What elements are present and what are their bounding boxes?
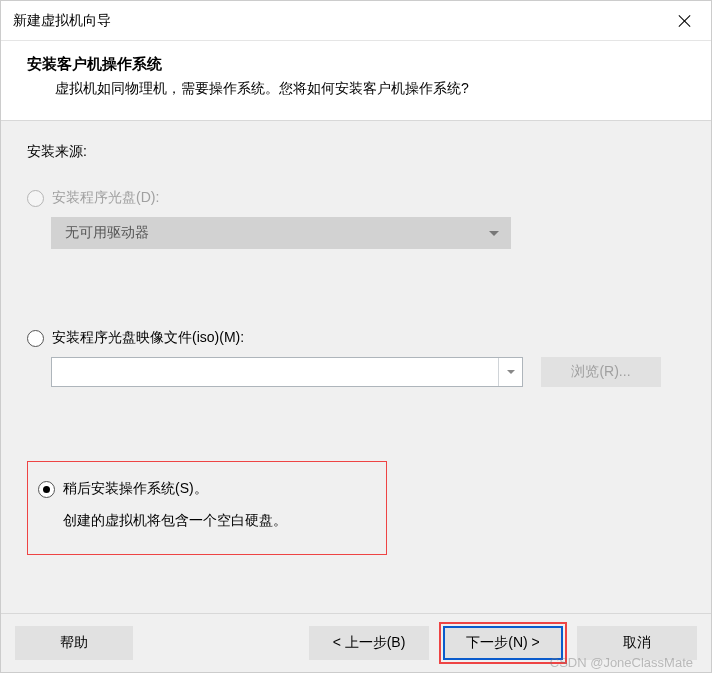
wizard-subtitle: 虚拟机如同物理机，需要操作系统。您将如何安装客户机操作系统? <box>27 80 685 98</box>
browse-button: 浏览(R)... <box>541 357 661 387</box>
wizard-header: 安装客户机操作系统 虚拟机如同物理机，需要操作系统。您将如何安装客户机操作系统? <box>1 41 711 121</box>
option-iso-file: 安装程序光盘映像文件(iso)(M): 浏览(R)... <box>27 329 685 387</box>
window-title: 新建虚拟机向导 <box>13 12 111 30</box>
back-button[interactable]: < 上一步(B) <box>309 626 429 660</box>
combo-value: 无可用驱动器 <box>65 224 149 242</box>
cancel-button[interactable]: 取消 <box>577 626 697 660</box>
radio-label: 稍后安装操作系统(S)。 <box>63 480 208 498</box>
wizard-footer: 帮助 < 上一步(B) 下一步(N) > 取消 CSDN @JoneClassM… <box>1 613 711 672</box>
option-installer-disc: 安装程序光盘(D): 无可用驱动器 <box>27 189 685 249</box>
radio-label: 安装程序光盘(D): <box>52 189 159 207</box>
titlebar: 新建虚拟机向导 <box>1 1 711 41</box>
close-button[interactable] <box>663 5 707 37</box>
next-button[interactable]: 下一步(N) > <box>443 626 563 660</box>
radio-icon <box>38 481 55 498</box>
install-later-desc: 创建的虚拟机将包含一个空白硬盘。 <box>63 512 372 530</box>
radio-icon <box>27 190 44 207</box>
help-button[interactable]: 帮助 <box>15 626 133 660</box>
radio-install-later[interactable]: 稍后安装操作系统(S)。 <box>38 480 372 498</box>
radio-label: 安装程序光盘映像文件(iso)(M): <box>52 329 244 347</box>
chevron-down-icon <box>498 358 522 386</box>
content-panel: 安装来源: 安装程序光盘(D): 无可用驱动器 安装程序光盘映像文件(iso)(… <box>1 121 711 613</box>
install-source-label: 安装来源: <box>27 143 685 161</box>
chevron-down-icon <box>489 231 499 236</box>
radio-iso-file[interactable]: 安装程序光盘映像文件(iso)(M): <box>27 329 685 347</box>
radio-icon <box>27 330 44 347</box>
iso-path-combo[interactable] <box>51 357 523 387</box>
wizard-title: 安装客户机操作系统 <box>27 55 685 74</box>
disc-drive-combo: 无可用驱动器 <box>51 217 511 249</box>
option-install-later: 稍后安装操作系统(S)。 创建的虚拟机将包含一个空白硬盘。 <box>27 461 387 555</box>
radio-installer-disc: 安装程序光盘(D): <box>27 189 685 207</box>
close-icon <box>679 15 691 27</box>
